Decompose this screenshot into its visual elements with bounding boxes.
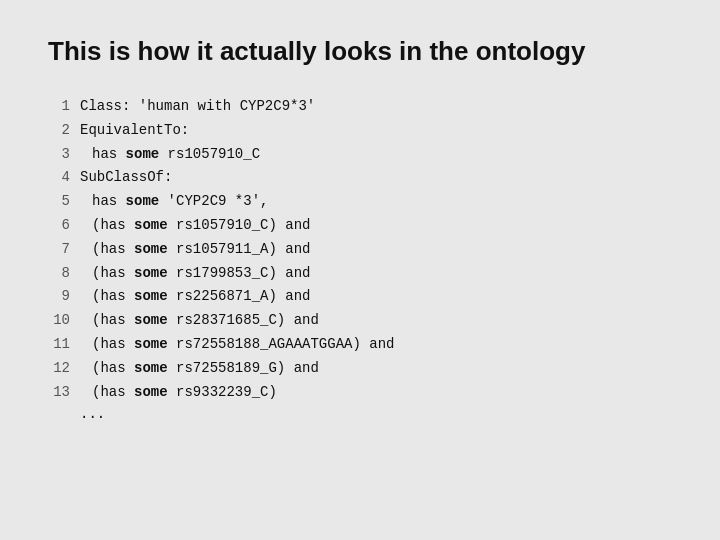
keyword-bold: some	[134, 312, 168, 328]
line-number: 2	[48, 119, 70, 143]
line-content: SubClassOf:	[80, 166, 172, 190]
code-line: 6(has some rs1057910_C) and	[48, 214, 672, 238]
code-line: 11(has some rs72558188_AGAAATGGAA) and	[48, 333, 672, 357]
keyword-bold: some	[134, 217, 168, 233]
keyword-bold: some	[134, 265, 168, 281]
line-content: (has some rs9332239_C)	[92, 381, 277, 405]
line-number: 12	[48, 357, 70, 381]
code-line: 3has some rs1057910_C	[48, 143, 672, 167]
code-line: 9(has some rs2256871_A) and	[48, 285, 672, 309]
line-content: Class: 'human with CYP2C9*3'	[80, 95, 315, 119]
line-content: (has some rs2256871_A) and	[92, 285, 310, 309]
line-number: 13	[48, 381, 70, 405]
keyword-bold: some	[134, 360, 168, 376]
line-content: (has some rs28371685_C) and	[92, 309, 319, 333]
code-line: 12(has some rs72558189_G) and	[48, 357, 672, 381]
keyword-bold: some	[126, 146, 160, 162]
code-line: 1Class: 'human with CYP2C9*3'	[48, 95, 672, 119]
line-content: has some 'CYP2C9 *3',	[92, 190, 268, 214]
keyword-bold: some	[134, 336, 168, 352]
keyword-bold: some	[134, 288, 168, 304]
line-content: (has some rs1057910_C) and	[92, 214, 310, 238]
line-number: 3	[48, 143, 70, 167]
code-line: 10(has some rs28371685_C) and	[48, 309, 672, 333]
code-line: 2EquivalentTo:	[48, 119, 672, 143]
keyword-bold: some	[134, 384, 168, 400]
line-number: 4	[48, 166, 70, 190]
keyword-bold: some	[134, 241, 168, 257]
code-line: 5has some 'CYP2C9 *3',	[48, 190, 672, 214]
line-content: (has some rs72558188_AGAAATGGAA) and	[92, 333, 394, 357]
ellipsis: ...	[80, 406, 672, 422]
code-line: 4SubClassOf:	[48, 166, 672, 190]
line-content: has some rs1057910_C	[92, 143, 260, 167]
line-number: 8	[48, 262, 70, 286]
line-number: 11	[48, 333, 70, 357]
keyword-bold: some	[126, 193, 160, 209]
line-number: 7	[48, 238, 70, 262]
slide-title: This is how it actually looks in the ont…	[48, 36, 672, 67]
line-number: 5	[48, 190, 70, 214]
line-content: (has some rs72558189_G) and	[92, 357, 319, 381]
code-line: 7(has some rs1057911_A) and	[48, 238, 672, 262]
line-content: (has some rs1799853_C) and	[92, 262, 310, 286]
line-number: 9	[48, 285, 70, 309]
code-line: 13(has some rs9332239_C)	[48, 381, 672, 405]
line-content: (has some rs1057911_A) and	[92, 238, 310, 262]
line-number: 1	[48, 95, 70, 119]
line-number: 6	[48, 214, 70, 238]
line-number: 10	[48, 309, 70, 333]
line-content: EquivalentTo:	[80, 119, 189, 143]
code-line: 8(has some rs1799853_C) and	[48, 262, 672, 286]
slide: This is how it actually looks in the ont…	[0, 0, 720, 540]
code-block: 1Class: 'human with CYP2C9*3'2Equivalent…	[48, 95, 672, 404]
